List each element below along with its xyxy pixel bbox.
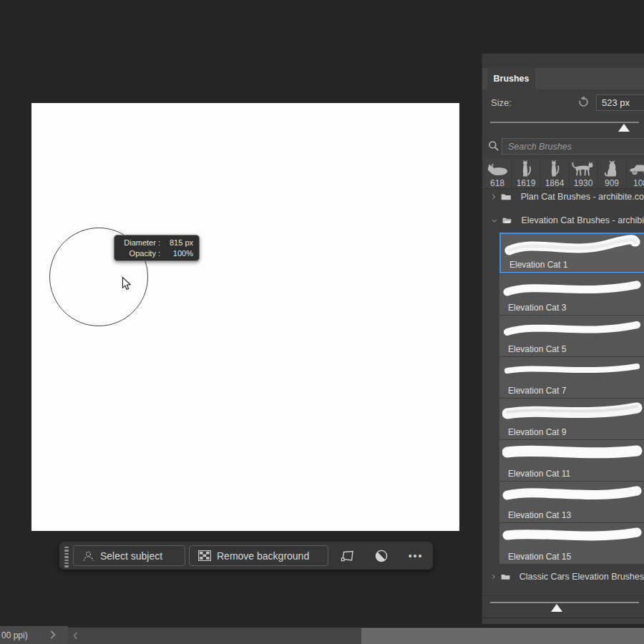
search-icon	[488, 140, 499, 152]
brush-item-label: Elevation Cat 3	[508, 303, 566, 313]
folder-closed-icon	[501, 572, 510, 582]
panel-tab-bar: Brushes	[482, 68, 644, 89]
divider	[482, 595, 644, 596]
group-label: Plan Cat Brushes - archibite.co	[517, 192, 644, 202]
divider	[482, 188, 644, 189]
transform-icon	[341, 550, 355, 562]
transform-button[interactable]	[335, 545, 361, 566]
tab-brushes[interactable]: Brushes	[487, 68, 535, 89]
brush-stroke-preview	[502, 441, 643, 468]
panel-header-strip[interactable]	[482, 54, 644, 68]
brush-item-elevation-cat-3[interactable]: Elevation Cat 3	[499, 274, 644, 315]
brush-item-elevation-cat-13[interactable]: Elevation Cat 13	[499, 482, 644, 522]
search-row	[482, 138, 644, 155]
recent-brushes-strip: 618 1619 1864	[484, 159, 644, 189]
scroll-left-arrow-icon[interactable]	[73, 632, 78, 640]
document-info-text: 00 ppi)	[0, 630, 28, 640]
brushes-panel: Brushes Size: 523 px	[482, 54, 644, 624]
document-info-box[interactable]: 00 ppi)	[0, 626, 68, 644]
select-subject-icon	[82, 550, 94, 562]
sitting-cat-icon	[601, 159, 623, 178]
brush-stroke-preview	[504, 235, 641, 262]
brush-resize-tooltip: Diameter : 815 px Opacity : 100%	[114, 235, 200, 261]
contextual-task-bar: Select subject Remove background	[59, 542, 433, 570]
classic-car-icon	[628, 159, 644, 178]
brush-stroke-preview	[502, 275, 643, 302]
ellipsis-icon: •••	[409, 550, 424, 562]
recent-brush-walking-cat[interactable]: 1930	[570, 159, 597, 189]
brush-item-elevation-cat-1[interactable]: Elevation Cat 1	[499, 233, 644, 273]
preview-size-slider-track[interactable]	[490, 602, 639, 603]
brush-item-label: Elevation Cat 9	[508, 427, 566, 437]
group-label: Elevation Cat Brushes - archibi	[517, 215, 644, 225]
brush-group-classic-cars[interactable]: Classic Cars Elevation Brushes	[482, 567, 644, 586]
mouse-cursor-icon	[122, 277, 132, 291]
brush-stroke-preview	[502, 316, 643, 343]
tooltip-diameter-value: 815 px	[160, 238, 193, 248]
brush-item-label: Elevation Cat 1	[509, 260, 567, 270]
status-chevron-right-icon[interactable]	[50, 630, 56, 639]
tooltip-opacity-label: Opacity :	[114, 248, 160, 259]
adjustments-button[interactable]	[369, 545, 394, 566]
brush-size-row: Size: 523 px	[482, 94, 644, 112]
remove-background-icon	[198, 550, 211, 561]
folder-open-icon	[502, 215, 512, 225]
tooltip-opacity-value: 100%	[160, 248, 193, 259]
brush-size-field[interactable]: 523 px	[596, 94, 644, 111]
size-slider-track[interactable]	[490, 122, 639, 123]
recent-brush-standing-cat-2[interactable]: 1864	[541, 159, 568, 189]
tooltip-diameter-label: Diameter :	[114, 238, 160, 248]
brush-item-elevation-cat-5[interactable]: Elevation Cat 5	[499, 316, 644, 356]
brush-item-label: Elevation Cat 15	[508, 552, 571, 562]
lying-cat-icon	[486, 159, 509, 178]
group-label: Classic Cars Elevation Brushes	[515, 572, 644, 582]
horizontal-scrollbar-track[interactable]	[68, 628, 644, 644]
more-options-button[interactable]: •••	[403, 545, 429, 566]
standing-cat-icon	[514, 159, 537, 178]
recent-brush-sitting-cat[interactable]: 909	[598, 159, 625, 189]
walking-cat-icon	[571, 159, 595, 178]
document-canvas[interactable]: Diameter : 815 px Opacity : 100%	[31, 103, 459, 531]
chevron-right-icon	[492, 192, 496, 201]
reset-size-icon[interactable]	[577, 96, 590, 108]
brush-stroke-preview	[502, 358, 643, 385]
preview-size-slider-thumb[interactable]	[551, 604, 562, 612]
brush-stroke-preview	[502, 524, 643, 551]
remove-background-label: Remove background	[217, 550, 309, 562]
recent-brush-standing-cat[interactable]: 1619	[512, 159, 540, 189]
size-label: Size:	[491, 97, 512, 108]
remove-background-button[interactable]: Remove background	[189, 545, 328, 566]
brush-group-plan-cat[interactable]: Plan Cat Brushes - archibite.co	[482, 190, 644, 203]
brush-item-label: Elevation Cat 13	[508, 510, 571, 520]
search-brushes-input[interactable]	[502, 138, 644, 155]
photoshop-workspace: Diameter : 815 px Opacity : 100%	[0, 0, 644, 644]
taskbar-grip-handle[interactable]	[64, 547, 69, 567]
brush-item-label: Elevation Cat 11	[508, 469, 570, 479]
recent-brush-classic-car[interactable]: 108	[627, 159, 644, 189]
brush-item-elevation-cat-11[interactable]: Elevation Cat 11	[499, 440, 644, 481]
brush-item-label: Elevation Cat 5	[508, 344, 566, 354]
brush-item-label: Elevation Cat 7	[508, 386, 566, 396]
brush-item-elevation-cat-9[interactable]: Elevation Cat 9	[499, 399, 644, 439]
standing-cat-icon	[543, 159, 566, 178]
select-subject-button[interactable]: Select subject	[73, 545, 185, 566]
chevron-down-icon	[492, 218, 497, 224]
select-subject-label: Select subject	[100, 550, 162, 562]
chevron-right-icon	[492, 572, 496, 581]
folder-closed-icon	[501, 192, 511, 202]
brush-list: Elevation Cat 1 Elevation Cat 3 Elevatio…	[499, 233, 644, 565]
brush-stroke-preview	[502, 482, 643, 509]
brush-group-elevation-cat[interactable]: Elevation Cat Brushes - archibi	[482, 213, 644, 228]
horizontal-scrollbar-thumb[interactable]	[361, 628, 644, 644]
divider	[482, 618, 644, 618]
brush-item-elevation-cat-7[interactable]: Elevation Cat 7	[499, 357, 644, 398]
size-slider-thumb[interactable]	[618, 124, 630, 132]
brush-item-elevation-cat-15[interactable]: Elevation Cat 15	[499, 523, 644, 564]
recent-brush-lying-cat[interactable]: 618	[484, 159, 511, 189]
status-bar: 00 ppi)	[0, 626, 644, 644]
brush-stroke-preview	[502, 399, 643, 426]
half-circle-icon	[374, 549, 389, 563]
